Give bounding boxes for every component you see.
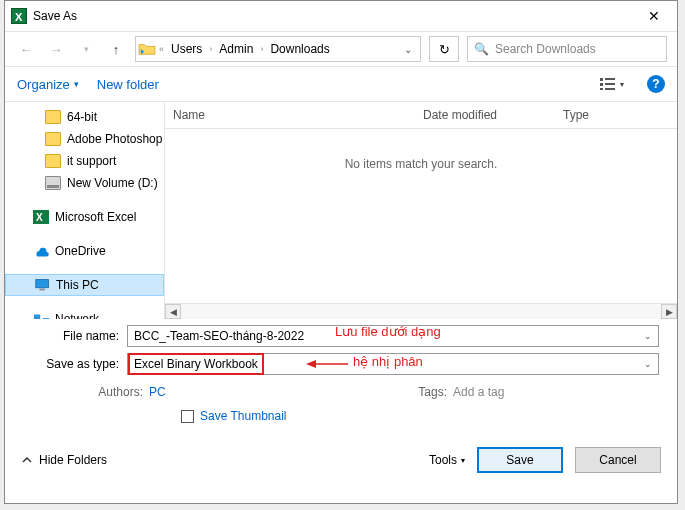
svg-rect-5 [605, 83, 615, 85]
dialog-title: Save As [33, 9, 631, 23]
tags-label: Tags: [391, 385, 447, 399]
tools-button[interactable]: Tools▾ [429, 453, 465, 467]
svg-text:X: X [36, 212, 43, 223]
form-area: File name: BCC_-Team-SEO-tháng-8-2022 ⌄ … [5, 319, 677, 439]
tree-64bit[interactable]: 64-bit [5, 106, 164, 128]
forward-button[interactable]: → [45, 38, 67, 60]
col-name[interactable]: Name [165, 102, 415, 128]
crumb-downloads[interactable]: Downloads [266, 40, 333, 58]
svg-rect-1 [600, 78, 603, 81]
scroll-right[interactable]: ▶ [661, 304, 677, 319]
footer: Hide Folders Tools▾ Save Cancel [5, 439, 677, 481]
save-as-dialog: X Save As ✕ ← → ▾ ↑ « Users › Admin › Do… [4, 0, 678, 504]
folder-icon [45, 110, 61, 124]
col-date[interactable]: Date modified [415, 102, 555, 128]
search-icon: 🔍 [474, 42, 489, 56]
search-placeholder: Search Downloads [495, 42, 596, 56]
svg-rect-3 [600, 88, 603, 90]
titlebar: X Save As ✕ [5, 1, 677, 31]
authors-label: Authors: [87, 385, 143, 399]
save-thumbnail-checkbox[interactable] [181, 410, 194, 423]
excel-icon: X [11, 8, 27, 24]
svg-rect-9 [39, 289, 44, 291]
folder-icon [138, 42, 156, 56]
svg-rect-4 [605, 78, 615, 80]
view-button[interactable]: ▾ [595, 73, 629, 95]
organize-button[interactable]: Organize▾ [17, 77, 79, 92]
svg-rect-6 [605, 88, 615, 90]
toolbar: Organize▾ New folder ▾ ? [5, 67, 677, 101]
svg-rect-8 [36, 280, 49, 288]
address-bar[interactable]: « Users › Admin › Downloads ⌄ [135, 36, 421, 62]
filename-label: File name: [31, 329, 127, 343]
new-folder-button[interactable]: New folder [97, 77, 159, 92]
tree-excel[interactable]: XMicrosoft Excel [5, 206, 164, 228]
search-input[interactable]: 🔍 Search Downloads [467, 36, 667, 62]
onedrive-icon [33, 244, 49, 258]
h-scrollbar[interactable]: ◀ ▶ [165, 303, 677, 319]
tree-thispc[interactable]: This PC [5, 274, 164, 296]
save-button[interactable]: Save [477, 447, 563, 473]
scroll-left[interactable]: ◀ [165, 304, 181, 319]
help-button[interactable]: ? [647, 75, 665, 93]
tree-itsupport[interactable]: it support [5, 150, 164, 172]
nav-bar: ← → ▾ ↑ « Users › Admin › Downloads ⌄ ↻ … [5, 31, 677, 67]
file-list: Name Date modified Type No items match y… [165, 102, 677, 319]
savetype-label: Save as type: [31, 357, 127, 371]
tree-photoshop[interactable]: Adobe Photoshop [5, 128, 164, 150]
empty-message: No items match your search. [165, 129, 677, 199]
tree-newvolume[interactable]: New Volume (D:) [5, 172, 164, 194]
recent-dropdown[interactable]: ▾ [75, 38, 97, 60]
col-type[interactable]: Type [555, 102, 677, 128]
network-icon [33, 312, 49, 319]
annotation-2: hệ nhị phân [353, 354, 423, 369]
crumb-admin[interactable]: Admin [215, 40, 257, 58]
close-button[interactable]: ✕ [631, 1, 677, 31]
tree-network[interactable]: Network [5, 308, 164, 319]
pc-icon [34, 278, 50, 292]
save-thumbnail-label: Save Thumbnail [200, 409, 287, 423]
svg-marker-13 [306, 360, 316, 368]
folder-icon [45, 132, 61, 146]
cancel-button[interactable]: Cancel [575, 447, 661, 473]
address-dropdown[interactable]: ⌄ [398, 44, 418, 55]
excel-icon: X [33, 210, 49, 224]
annotation-arrow-icon [306, 355, 350, 373]
authors-value[interactable]: PC [149, 385, 289, 399]
crumb-users[interactable]: Users [167, 40, 206, 58]
tags-input[interactable]: Add a tag [453, 385, 504, 399]
svg-rect-2 [600, 83, 603, 86]
up-button[interactable]: ↑ [105, 38, 127, 60]
tree-onedrive[interactable]: OneDrive [5, 240, 164, 262]
chevron-down-icon[interactable]: ⌄ [644, 331, 652, 341]
nav-tree: 64-bit Adobe Photoshop it support New Vo… [5, 102, 165, 319]
chevron-down-icon[interactable]: ⌄ [638, 359, 658, 369]
svg-rect-11 [43, 318, 49, 319]
back-button[interactable]: ← [15, 38, 37, 60]
refresh-button[interactable]: ↻ [429, 36, 459, 62]
chevron-up-icon [21, 454, 33, 466]
svg-rect-10 [34, 315, 40, 320]
svg-text:X: X [15, 11, 23, 23]
folder-icon [45, 154, 61, 168]
hide-folders-button[interactable]: Hide Folders [21, 453, 107, 467]
annotation-1: Lưu file dưới dạng [335, 324, 441, 339]
drive-icon [45, 176, 61, 190]
column-headers[interactable]: Name Date modified Type [165, 102, 677, 129]
